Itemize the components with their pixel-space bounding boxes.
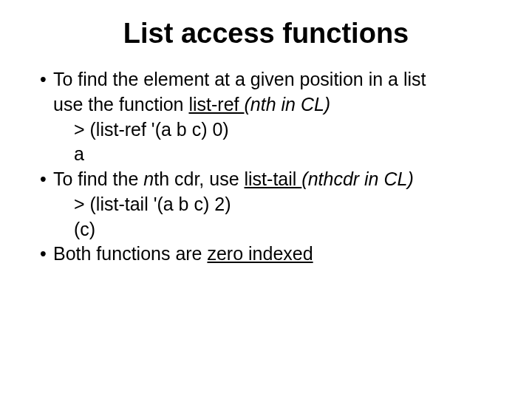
text: Both functions are [53,243,207,264]
underline-zero-indexed: zero indexed [207,243,313,264]
underline-list-ref: list-ref [188,94,244,115]
bullet-1-result: a [53,142,489,167]
bullet-3: Both functions are zero indexed [53,242,489,267]
underline-list-tail: list-tail [245,168,302,189]
bullet-2-result: (c) [53,217,489,242]
bullet-1-line-2: use the function list-ref (nth in CL) [53,92,489,117]
italic-n: n [143,168,154,189]
bullet-1-line-1: To find the element at a given position … [53,67,489,92]
text: use the function [53,94,188,115]
text: To find the [53,168,143,189]
bullet-2: To find the nth cdr, use list-tail (nthc… [53,167,489,192]
page-title: List access functions [0,18,532,50]
italic-nth-cl: (nth in CL) [244,94,330,115]
italic-nthcdr-cl: (nthcdr in CL) [301,168,413,189]
bullet-2-code: > (list-tail '(a b c) 2) [53,192,489,217]
text: th cdr, use [154,168,244,189]
slide-body: To find the element at a given position … [0,67,532,267]
bullet-1-code: > (list-ref '(a b c) 0) [53,117,489,143]
